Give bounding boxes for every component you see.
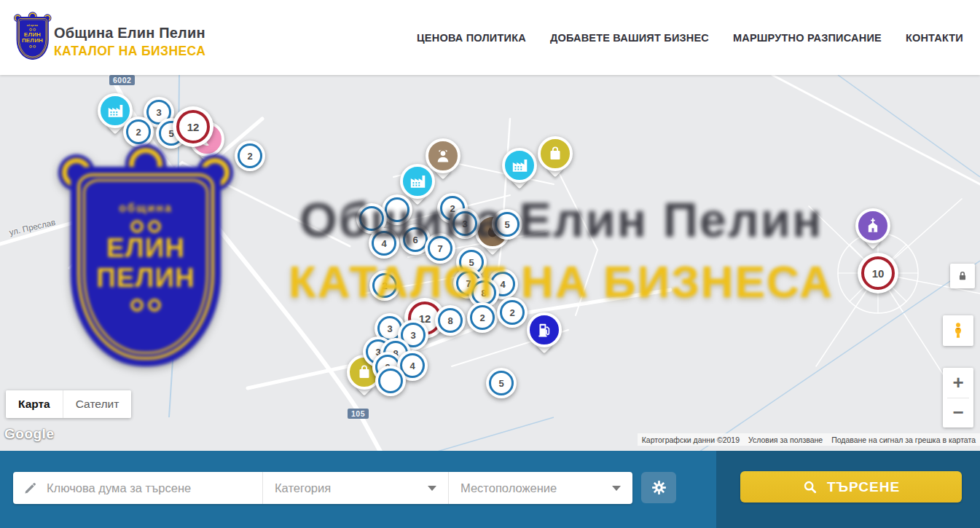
zoom-control: + −	[943, 368, 973, 427]
church-icon	[855, 208, 890, 243]
crest-shield: община ЕЛИН ПЕЛИН	[17, 17, 49, 60]
map-pin-factory[interactable]	[502, 148, 537, 183]
advanced-filters-button[interactable]	[641, 472, 676, 503]
nav-item-contacts[interactable]: КОНТАКТИ	[906, 32, 963, 44]
cluster-marker[interactable]	[375, 366, 406, 396]
cluster-count: 2	[382, 280, 387, 291]
chevron-down-icon	[428, 486, 436, 491]
crest-name-line2: ПЕЛИН	[17, 37, 49, 44]
map-pin-church[interactable]	[855, 208, 890, 243]
cluster-marker[interactable]: 10	[858, 253, 898, 293]
search-button[interactable]: ТЪРСЕНЕ	[740, 471, 962, 503]
pegman-icon	[949, 321, 968, 340]
map-pin-shopping-bag[interactable]	[538, 136, 573, 171]
cluster-marker[interactable]: 4	[369, 228, 399, 259]
category-dropdown-label: Категория	[275, 481, 331, 495]
cluster-marker[interactable]: 2	[123, 117, 154, 147]
cluster-ring	[385, 197, 409, 222]
search-bar: Категория Местоположение	[0, 451, 980, 528]
attribution-terms-link[interactable]: Условия за ползване	[744, 436, 827, 444]
gear-icon	[650, 478, 668, 497]
crest-top-label: община	[17, 24, 49, 27]
keyword-search-input[interactable]	[47, 481, 243, 495]
cluster-marker[interactable]: 5	[486, 368, 517, 398]
cluster-count: 4	[500, 279, 505, 290]
cluster-count: 3	[410, 330, 415, 341]
lock-icon	[954, 268, 971, 284]
nav-item-transport-schedule[interactable]: МАРШРУТНО РАЗПИСАНИЕ	[733, 32, 882, 44]
map-type-control: Карта Сателит	[6, 390, 131, 418]
cluster-marker[interactable]: 3	[450, 208, 480, 239]
search-icon	[802, 479, 818, 495]
cluster-count: 10	[872, 267, 885, 280]
shopping-bag-icon	[538, 136, 573, 171]
cluster-count: 2	[509, 307, 514, 318]
cluster-marker[interactable]: 2	[369, 270, 400, 301]
location-dropdown[interactable]: Местоположение	[448, 472, 632, 504]
header: община ЕЛИН ПЕЛИН Община Елин Пелин КАТА…	[0, 0, 980, 75]
site-title: Община Елин Пелин	[54, 25, 205, 42]
map-pin-factory[interactable]	[400, 164, 435, 199]
search-button-label: ТЪРСЕНЕ	[827, 479, 900, 495]
attribution-report-link[interactable]: Подаване на сигнал за грешка в картата	[827, 436, 980, 444]
cluster-count: 7	[437, 243, 442, 254]
pencil-icon	[23, 481, 38, 495]
cluster-count: 2	[479, 312, 485, 323]
google-logo[interactable]: Google	[4, 426, 54, 442]
cluster-count: 3	[156, 107, 161, 118]
cluster-marker[interactable]: 2	[467, 302, 498, 333]
attribution-copyright: Картографски данни ©2019	[638, 436, 744, 444]
cluster-count: 5	[504, 219, 509, 230]
site-logo[interactable]: община ЕЛИН ПЕЛИН	[15, 15, 52, 63]
cluster-marker[interactable]: 5	[492, 209, 522, 240]
nav-item-pricing[interactable]: ЦЕНОВА ПОЛИТИКА	[417, 32, 526, 44]
cluster-count: 5	[498, 378, 503, 389]
cluster-marker[interactable]: 2	[497, 297, 528, 328]
municipality-crest-logo: община ЕЛИН ПЕЛИН	[15, 15, 50, 60]
page: община ЕЛИН ПЕЛИН Община Елин Пелин КАТА…	[0, 0, 980, 528]
keyword-section	[13, 472, 262, 504]
cluster-ring	[378, 369, 403, 393]
map-pin-fuel[interactable]	[527, 312, 562, 347]
cluster-count: 3	[462, 218, 467, 229]
cluster-count: 2	[247, 151, 252, 162]
lock-control-button[interactable]	[950, 264, 975, 288]
pegman-control[interactable]	[943, 315, 973, 346]
cluster-count: 6	[412, 235, 418, 245]
cluster-count: 5	[469, 257, 474, 268]
category-dropdown[interactable]: Категория	[262, 472, 448, 504]
cluster-marker[interactable]: 12	[173, 106, 213, 147]
cluster-count: 8	[447, 315, 452, 326]
cluster-ring	[359, 206, 384, 231]
cluster-marker[interactable]: 8	[435, 305, 466, 336]
chevron-down-icon	[612, 486, 621, 491]
nav-item-add-business[interactable]: ДОБАВЕТЕ ВАШИЯТ БИЗНЕС	[550, 32, 709, 44]
map-type-map-button[interactable]: Карта	[6, 390, 63, 418]
main-nav: ЦЕНОВА ПОЛИТИКА ДОБАВЕТЕ ВАШИЯТ БИЗНЕС М…	[417, 0, 963, 75]
cluster-count: 4	[381, 238, 386, 249]
cluster-count: 4	[409, 360, 415, 371]
location-dropdown-label: Местоположение	[460, 481, 557, 495]
cluster-count: 3	[387, 323, 392, 334]
map-canvas[interactable]: 6002 ул. Преслав 105 бул. „Новосел 32512…	[0, 75, 980, 452]
crest-ornament	[17, 45, 49, 48]
site-title-block: Община Елин Пелин КАТАЛОГ НА БИЗНЕСА	[54, 25, 205, 59]
site-subtitle: КАТАЛОГ НА БИЗНЕСА	[54, 44, 205, 59]
cluster-count: 8	[481, 288, 486, 299]
zoom-in-button[interactable]: +	[943, 368, 973, 398]
zoom-out-button[interactable]: −	[943, 398, 973, 427]
map-markers-layer: 3251222356475274812822333834510	[0, 75, 980, 452]
map-attribution: Картографски данни ©2019 Условия за полз…	[638, 433, 980, 446]
search-panel: Категория Местоположение	[13, 472, 632, 504]
cluster-marker[interactable]: 7	[425, 233, 455, 264]
cluster-count: 2	[136, 127, 141, 138]
cluster-marker[interactable]: 2	[235, 141, 265, 171]
cluster-count: 12	[187, 121, 200, 133]
fuel-icon	[527, 312, 562, 347]
factory-icon	[400, 164, 435, 199]
crest-name-line1: ЕЛИН	[17, 31, 49, 38]
map-type-satellite-button[interactable]: Сателит	[63, 390, 131, 418]
factory-icon	[502, 148, 537, 183]
